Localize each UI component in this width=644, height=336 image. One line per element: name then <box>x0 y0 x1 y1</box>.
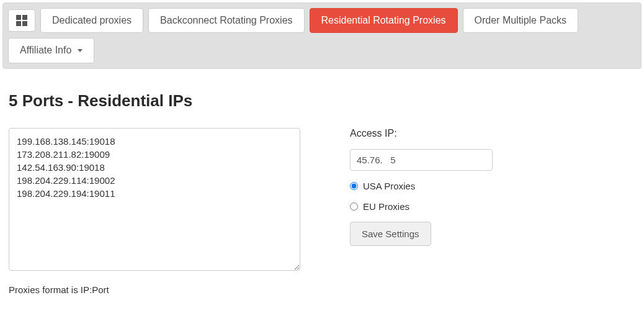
affiliate-label: Affiliate Info <box>20 43 71 57</box>
settings-column: Access IP: USA Proxies EU Proxies Save S… <box>350 128 493 246</box>
nav-backconnect-rotating[interactable]: Backconnect Rotating Proxies <box>148 8 304 33</box>
nav-affiliate-info[interactable]: Affiliate Info <box>8 38 94 63</box>
chevron-down-icon <box>78 49 83 52</box>
page-title: 5 Ports - Residential IPs <box>9 91 644 111</box>
proxies-format-note: Proxies format is IP:Port <box>9 284 300 295</box>
content-area: Proxies format is IP:Port Access IP: USA… <box>0 128 644 295</box>
radio-usa-label: USA Proxies <box>363 181 415 191</box>
top-nav: Dedicated proxies Backconnect Rotating P… <box>2 2 642 69</box>
access-ip-label: Access IP: <box>350 128 493 139</box>
dashboard-button[interactable] <box>8 9 35 32</box>
radio-eu-proxies[interactable]: EU Proxies <box>350 201 493 212</box>
radio-usa-input[interactable] <box>350 182 358 190</box>
radio-eu-input[interactable] <box>350 202 358 211</box>
proxies-column: Proxies format is IP:Port <box>9 128 300 295</box>
access-ip-input[interactable] <box>350 149 493 171</box>
proxies-textarea[interactable] <box>9 128 300 271</box>
dashboard-icon <box>16 15 27 26</box>
radio-eu-label: EU Proxies <box>363 201 409 212</box>
nav-order-multiple[interactable]: Order Multiple Packs <box>463 8 579 33</box>
radio-usa-proxies[interactable]: USA Proxies <box>350 181 493 191</box>
nav-residential-rotating[interactable]: Residential Rotating Proxies <box>310 8 458 33</box>
save-settings-button[interactable]: Save Settings <box>350 222 431 246</box>
nav-dedicated-proxies[interactable]: Dedicated proxies <box>40 8 143 33</box>
